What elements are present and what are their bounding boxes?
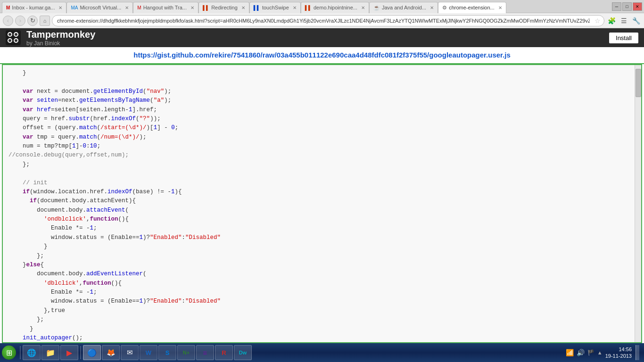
tab-close-icon[interactable]: ✕ <box>125 5 129 10</box>
code-line: //console.debug(query,offset,num); <box>8 151 629 160</box>
scrollbar-thumb[interactable] <box>636 69 641 97</box>
settings-button[interactable]: ☰ <box>619 16 629 26</box>
tab-demo[interactable]: ▌▌ demo.hipointnine... ✕ <box>301 2 369 13</box>
nav-bar: ‹ › ↻ ⌂ ☆ 🧩 ☰ 🔧 <box>0 13 644 28</box>
tab-touchswipe[interactable]: ▌▌ touchSwipe ✕ <box>249 2 301 13</box>
taskbar-app1[interactable]: ≡ <box>196 345 214 360</box>
forward-button[interactable]: › <box>15 16 25 26</box>
tab-bar: M Inbox - kumar.ga... ✕ MA Microsoft Vir… <box>2 0 506 13</box>
tab-close-icon[interactable]: ✕ <box>293 5 297 10</box>
taskbar-mail[interactable]: ✉ <box>121 345 139 360</box>
extensions-button[interactable]: 🧩 <box>606 16 617 26</box>
script-url-bar: https://gist.github.com/rekire/7541860/r… <box>0 47 644 64</box>
flag-icon[interactable]: 🏴 <box>587 349 594 356</box>
tab-ms-virtual[interactable]: MA Microsoft Virtual... ✕ <box>66 2 133 13</box>
taskbar-explorer[interactable]: 📁 <box>41 345 59 360</box>
code-line: num = tmp?tmp[1]-0:10; <box>8 142 629 151</box>
address-bar-container: ☆ <box>52 15 604 26</box>
ext-name: Tampermonkey <box>26 29 95 40</box>
tab-label: Hangout with Tra... <box>143 5 187 10</box>
home-button[interactable]: ⌂ <box>40 16 50 26</box>
taskbar-word[interactable]: W <box>140 345 157 360</box>
code-line: }else{ <box>8 261 629 270</box>
start-button[interactable]: ⊞ <box>2 346 16 360</box>
tab-favicon: ⚙ <box>442 5 447 11</box>
code-line: if(document.body.attachEvent){ <box>8 197 629 206</box>
show-desktop-button[interactable] <box>636 345 639 360</box>
explorer-icon: 📁 <box>46 348 55 357</box>
taskbar-ie[interactable]: 🌐 <box>23 345 41 360</box>
tab-inbox[interactable]: M Inbox - kumar.ga... ✕ <box>2 2 66 13</box>
taskbar-chrome[interactable]: 🔵 <box>83 345 101 360</box>
tab-chrome-ext[interactable]: ⚙ chrome-extension... ✕ <box>438 2 506 13</box>
code-line: init_autopager(); <box>8 334 629 342</box>
browser-frame: M Inbox - kumar.ga... ✕ MA Microsoft Vir… <box>0 0 644 362</box>
clock-time: 14:56 <box>605 346 632 353</box>
tab-favicon: ▌▌ <box>203 5 209 10</box>
code-line: var tmp = query.match(/num=(\d*)/); <box>8 133 629 142</box>
back-button[interactable]: ‹ <box>3 16 13 26</box>
firefox-icon: 🦊 <box>106 348 116 357</box>
taskbar-media[interactable]: ▶ <box>60 345 78 360</box>
volume-icon[interactable]: 🔊 <box>577 349 585 356</box>
wrench-button[interactable]: 🔧 <box>631 16 641 26</box>
tab-favicon: ▌▌ <box>305 5 312 10</box>
code-line: } <box>8 242 629 251</box>
chrome-icon: 🔵 <box>87 348 97 357</box>
address-bar[interactable] <box>52 15 604 26</box>
code-line: }; <box>8 252 629 261</box>
code-line: if(window.location.href.indexOf(base) !=… <box>8 188 629 197</box>
system-clock[interactable]: 14:56 19-11-2013 <box>605 346 632 360</box>
logo-circle-tl <box>8 32 12 37</box>
tab-close-icon[interactable]: ✕ <box>361 5 365 10</box>
taskbar-dreamweaver[interactable]: Dw <box>234 345 252 360</box>
clock-date: 19-11-2013 <box>605 353 632 359</box>
code-line: }; <box>8 315 629 324</box>
tab-label: demo.hipointnine... <box>314 5 357 10</box>
script-url-link[interactable]: https://gist.github.com/rekire/7541860/r… <box>133 51 511 59</box>
taskbar-notepadpp[interactable]: N+ <box>177 345 195 360</box>
system-tray: 📶 🔊 🏴 ▲ 14:56 19-11-2013 <box>566 345 642 360</box>
word-icon: W <box>144 348 153 357</box>
taskbar-firefox[interactable]: 🦊 <box>102 345 120 360</box>
code-scroll[interactable]: } var next = document.getElementById("na… <box>3 65 635 342</box>
tab-redirecting[interactable]: ▌▌ Redirecting ✕ <box>198 2 249 13</box>
taskbar: ⊞ 🌐 📁 ▶ 🔵 🦊 ✉ W S <box>0 343 644 362</box>
close-button[interactable]: ✕ <box>633 2 642 11</box>
bookmark-icon[interactable]: ☆ <box>594 17 601 25</box>
code-line: window.status = (Enable==1)?"Enabled":"D… <box>8 297 629 306</box>
code-line: document.body.addEventListener( <box>8 270 629 279</box>
code-line: window.status = (Enable==1)?"Enabled":"D… <box>8 233 629 242</box>
network-icon[interactable]: 📶 <box>566 349 574 356</box>
minimize-button[interactable]: ─ <box>612 2 621 11</box>
code-line: var href=seiten[seiten.length-1].href; <box>8 106 629 115</box>
tab-close-icon[interactable]: ✕ <box>430 5 434 10</box>
tab-close-icon[interactable]: ✕ <box>58 5 62 10</box>
code-line: document.body.attachEvent( <box>8 206 629 215</box>
nav-extras: 🧩 ☰ 🔧 <box>606 16 641 26</box>
code-line: // init <box>8 179 629 188</box>
tab-label: chrome-extension... <box>449 5 495 10</box>
reload-button[interactable]: ↻ <box>27 16 38 26</box>
tab-label: Redirecting <box>211 5 238 10</box>
tab-hangout[interactable]: M Hangout with Tra... ✕ <box>133 2 198 13</box>
tab-java[interactable]: ☕ Java and Android... ✕ <box>369 2 438 13</box>
code-line <box>8 169 629 178</box>
tab-close-icon[interactable]: ✕ <box>190 5 194 10</box>
taskbar-divider2 <box>80 346 81 359</box>
code-line: var next = document.getElementById("nav"… <box>8 87 629 96</box>
install-button[interactable]: Install <box>609 33 638 43</box>
taskbar-app2[interactable]: R <box>215 345 233 360</box>
notepadpp-icon: N+ <box>182 348 191 357</box>
media-icon: ▶ <box>65 348 74 357</box>
maximize-button[interactable]: □ <box>622 2 632 11</box>
code-line: } <box>8 325 629 334</box>
app2-icon: R <box>219 348 229 357</box>
tray-arrow[interactable]: ▲ <box>597 350 603 355</box>
tab-label: Microsoft Virtual... <box>80 5 121 10</box>
taskbar-skype[interactable]: S <box>158 345 176 360</box>
scrollbar-track[interactable] <box>635 65 641 342</box>
tab-close-icon[interactable]: ✕ <box>241 5 245 10</box>
tab-close-icon[interactable]: ✕ <box>498 5 502 10</box>
window-controls: ─ □ ✕ <box>612 2 642 11</box>
